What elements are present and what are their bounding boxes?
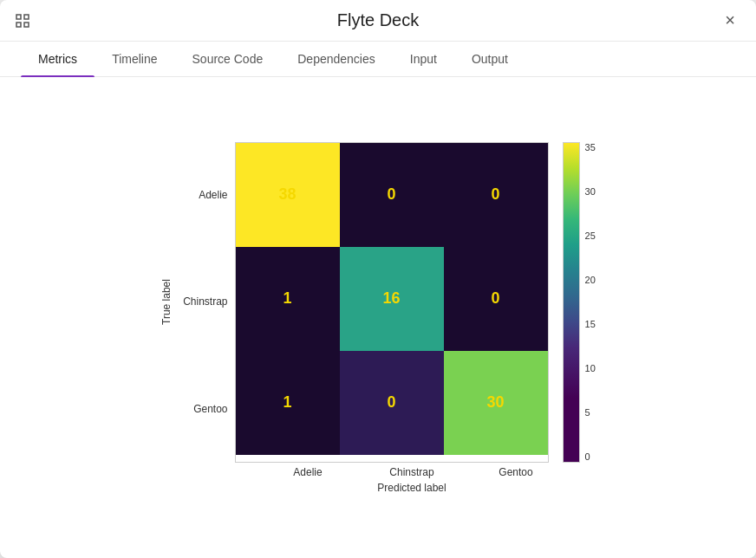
window-title: Flyte Deck [337,10,419,30]
main-content: True label Adelie Chinstrap Gentoo 38 [0,77,756,558]
scale-labels: 35 30 25 20 15 10 5 0 [585,142,596,463]
col-label-adelie: Adelie [256,466,360,478]
row-label-gentoo: Gentoo [183,403,227,415]
matrix-grid: 38 0 0 1 [235,142,549,463]
scale-label-0: 0 [585,451,596,462]
scale-label-20: 20 [585,275,596,285]
cell-1-0: 1 [236,247,340,351]
close-button[interactable]: × [718,9,742,33]
cell-0-0: 38 [236,143,340,247]
svg-rect-2 [16,23,21,27]
tab-dependencies[interactable]: Dependencies [280,42,393,76]
scale-label-30: 30 [585,186,596,197]
color-scale: 35 30 25 20 15 10 5 0 [563,142,596,463]
cell-1-1: 16 [340,247,444,351]
svg-rect-3 [24,23,29,27]
svg-rect-0 [16,15,21,19]
scale-bar [563,142,580,463]
cell-2-0: 1 [236,351,340,455]
svg-rect-1 [24,15,29,19]
row-labels: Adelie Chinstrap Gentoo [183,142,234,463]
cell-2-2: 30 [444,351,548,455]
main-window: Flyte Deck × Metrics Timeline Source Cod… [0,0,756,558]
matrix-rows: Adelie Chinstrap Gentoo 38 0 [183,142,548,463]
cell-0-1: 0 [340,143,444,247]
tab-input[interactable]: Input [393,42,454,76]
col-label-chinstrap: Chinstrap [360,466,464,478]
expand-icon[interactable] [14,12,31,29]
matrix-and-scale: Adelie Chinstrap Gentoo 38 0 [183,142,596,463]
scale-label-5: 5 [585,407,596,418]
row-label-adelie: Adelie [183,189,227,201]
tab-output[interactable]: Output [454,42,525,76]
tab-bar: Metrics Timeline Source Code Dependencie… [0,42,756,77]
confusion-matrix-chart: True label Adelie Chinstrap Gentoo 38 [160,142,596,494]
x-axis-label: Predicted label [377,482,446,494]
col-label-gentoo: Gentoo [464,466,568,478]
title-bar-icons [14,12,31,29]
col-labels: Adelie Chinstrap Gentoo [256,466,568,478]
tab-timeline[interactable]: Timeline [94,42,174,76]
tab-source-code[interactable]: Source Code [175,42,281,76]
scale-label-25: 25 [585,230,596,241]
scale-label-35: 35 [585,142,596,152]
cell-2-1: 0 [340,351,444,455]
cell-1-2: 0 [444,247,548,351]
scale-label-15: 15 [585,319,596,329]
tab-metrics[interactable]: Metrics [21,42,94,76]
row-label-chinstrap: Chinstrap [183,295,227,308]
y-axis-label: True label [160,142,173,463]
chart-area: Adelie Chinstrap Gentoo 38 0 [183,142,596,494]
title-bar: Flyte Deck × [0,0,756,42]
cell-0-2: 0 [444,143,548,247]
scale-label-10: 10 [585,363,596,373]
